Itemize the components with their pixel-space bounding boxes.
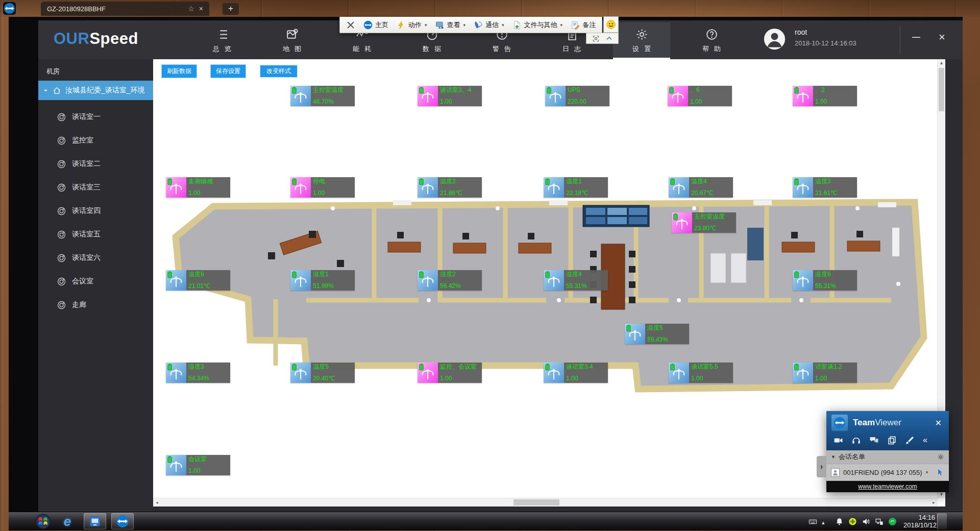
sensor-badge[interactable]: 会议室 1.00 bbox=[166, 455, 230, 475]
show-desktop-button[interactable] bbox=[937, 513, 947, 529]
nav-tab[interactable]: 总览 bbox=[193, 22, 251, 59]
gear-icon[interactable] bbox=[937, 453, 944, 461]
tree-root-label: 汝城县纪委_谈话室_环境 bbox=[65, 86, 145, 95]
bell-icon[interactable] bbox=[835, 517, 844, 526]
session-tab[interactable]: GZ-20180928BBHF ☆ × bbox=[41, 2, 209, 16]
sidebar-room-item[interactable]: 谈话室六 bbox=[38, 246, 153, 270]
network-icon[interactable] bbox=[875, 517, 884, 526]
nav-list-icon bbox=[216, 28, 229, 41]
sensor-badge[interactable]: 谈话室3、4 1.00 bbox=[418, 86, 482, 106]
caret-up-icon[interactable]: ▴ bbox=[822, 517, 830, 526]
scroll-up-icon[interactable]: ▲ bbox=[938, 59, 945, 67]
taskbar-clock[interactable]: 14:16 2018/10/12 bbox=[903, 514, 935, 529]
windows-start-icon[interactable] bbox=[35, 514, 51, 529]
sensor-badge[interactable]: 温度2 21.86℃ bbox=[418, 177, 482, 198]
sensor-badge[interactable]: UPS 220.00 bbox=[545, 86, 609, 106]
sidebar-room-item[interactable]: 监控室 bbox=[38, 129, 153, 152]
collapse-toolbar-icon[interactable] bbox=[605, 35, 613, 42]
toolbar-item[interactable]: 文件与其他 bbox=[512, 20, 563, 30]
sensor-badge[interactable]: 走廊烟感 1.00 bbox=[166, 177, 230, 198]
feedback-tab[interactable] bbox=[603, 16, 619, 33]
tv-chat-icon[interactable] bbox=[869, 436, 879, 445]
toolbar-item[interactable]: 主页 bbox=[363, 20, 388, 30]
toolbar-item[interactable]: 查看 bbox=[435, 20, 466, 30]
minimize-button[interactable]: ─ bbox=[912, 31, 920, 44]
nav-tab[interactable]: 设置 bbox=[613, 22, 670, 59]
user-avatar[interactable] bbox=[763, 28, 786, 51]
panel-close-icon[interactable]: ✕ bbox=[933, 418, 944, 428]
partner-dropdown-icon[interactable]: ▾ bbox=[926, 470, 928, 475]
sensor-badge[interactable]: 、6 1.00 bbox=[668, 86, 732, 106]
content-button[interactable]: 改变样式 bbox=[259, 64, 298, 78]
nav-tab[interactable]: 帮助 bbox=[683, 22, 740, 59]
sensor-badge[interactable]: 停电 1.00 bbox=[290, 177, 355, 198]
nav-tab[interactable]: 地图 bbox=[263, 22, 321, 59]
toolbar-item[interactable] bbox=[346, 20, 355, 30]
panel-collapse-handle[interactable]: › bbox=[817, 456, 826, 477]
sensor-badge[interactable]: 话室谈1.2 1.00 bbox=[793, 363, 857, 383]
sensor-badge[interactable]: 湿度3 54.34% bbox=[166, 363, 230, 383]
sensor-badge[interactable]: 湿度2 56.42% bbox=[418, 270, 482, 291]
vertical-scroll-thumb[interactable] bbox=[939, 68, 944, 111]
tv-collapse-icon[interactable]: « bbox=[923, 436, 933, 445]
keyboard-icon[interactable] bbox=[808, 517, 817, 526]
sidebar-room-item[interactable]: 谈话室三 bbox=[38, 176, 153, 199]
teamviewer-link[interactable]: www.teamviewer.com bbox=[858, 483, 917, 490]
sidebar-room-label: 会议室 bbox=[72, 277, 93, 286]
sensor-tile bbox=[418, 177, 438, 198]
sensor-badge[interactable]: 主控室温度 46.70% bbox=[290, 86, 355, 106]
sensor-label: 温度3 21.61℃ bbox=[813, 177, 857, 198]
sensor-badge[interactable]: 湿度5 59.43% bbox=[625, 324, 689, 344]
gauge-icon bbox=[795, 366, 811, 381]
sidebar-tree-root[interactable]: 汝城县纪委_谈话室_环境 bbox=[38, 81, 153, 100]
sensor-badge[interactable]: 温度3 21.61℃ bbox=[793, 177, 857, 198]
sensor-badge[interactable]: 温度6 21.01℃ bbox=[166, 270, 230, 291]
tv-brush-icon[interactable] bbox=[905, 436, 915, 445]
monitoring-app-icon[interactable] bbox=[84, 513, 106, 529]
sensor-badge[interactable]: 谈话室5.5 1.00 bbox=[669, 363, 733, 383]
shield-icon[interactable] bbox=[848, 517, 857, 526]
tv-headset-icon[interactable] bbox=[851, 436, 861, 445]
star-icon[interactable]: ☆ bbox=[188, 5, 194, 13]
sensor-badge[interactable]: 谈话室3.4 1.00 bbox=[544, 363, 608, 383]
tv-cam-icon[interactable] bbox=[834, 436, 843, 445]
partner-row[interactable]: 001FRIEND (994 137 055) ▾ bbox=[826, 464, 949, 481]
content-button[interactable]: 刷新数据 bbox=[161, 64, 197, 78]
content-button[interactable]: 保存设置 bbox=[210, 64, 246, 78]
internet-explorer-icon[interactable]: e bbox=[56, 513, 79, 529]
speaker-icon[interactable] bbox=[862, 517, 870, 526]
toolbar-item[interactable]: 备注 bbox=[571, 20, 596, 30]
fit-screen-icon[interactable] bbox=[592, 35, 600, 42]
close-tab-icon[interactable]: × bbox=[199, 5, 203, 13]
close-button[interactable]: × bbox=[939, 31, 945, 44]
greenball-icon[interactable] bbox=[888, 517, 897, 526]
scroll-right-icon[interactable]: ▸ bbox=[930, 498, 938, 506]
toolbar-item[interactable]: 通信 bbox=[474, 20, 504, 30]
sidebar-room-item[interactable]: 会议室 bbox=[38, 270, 153, 293]
session-list-row[interactable]: ▼ 会话名单 bbox=[826, 450, 949, 464]
sidebar-room-item[interactable]: 谈话室五 bbox=[38, 223, 153, 246]
teamviewer-taskbar-icon[interactable] bbox=[111, 513, 134, 529]
sidebar-room-item[interactable]: 谈话室二 bbox=[38, 152, 153, 176]
horizontal-scroll-thumb[interactable] bbox=[513, 499, 559, 505]
nav-tab-label: 日志 bbox=[557, 44, 586, 54]
sidebar-room-item[interactable]: 谈话室四 bbox=[38, 199, 153, 223]
sensor-badge[interactable]: 温度5 20.40℃ bbox=[290, 363, 355, 383]
sensor-badge[interactable]: 湿度1 51.99% bbox=[290, 270, 355, 291]
sensor-badge[interactable]: 监控、会议室 1.00 bbox=[418, 363, 482, 383]
teamviewer-roundel-icon[interactable] bbox=[3, 2, 16, 15]
new-tab-button[interactable]: + bbox=[223, 3, 239, 15]
sensor-badge[interactable]: 温度1 22.18℃ bbox=[544, 177, 608, 198]
sensor-badge[interactable]: 温度4 20.67℃ bbox=[669, 177, 733, 198]
sensor-badge[interactable]: 主控室温度 23.80℃ bbox=[672, 212, 736, 233]
sensor-badge[interactable]: 湿度4 55.31% bbox=[544, 270, 608, 291]
tv-copy-icon[interactable] bbox=[887, 436, 897, 445]
scroll-left-icon[interactable]: ◂ bbox=[153, 498, 161, 506]
sensor-badge[interactable]: 湿度6 55.31% bbox=[793, 270, 857, 291]
sidebar-room-item[interactable]: 走廊 bbox=[38, 293, 153, 317]
toolbar-item[interactable]: 动作 bbox=[397, 20, 427, 30]
sensor-badge[interactable]: 、2 1.00 bbox=[793, 86, 857, 106]
sidebar-room-item[interactable]: 谈话室一 bbox=[38, 105, 153, 129]
horizontal-scrollbar[interactable]: ◂ ▸ bbox=[153, 498, 938, 506]
remote-cursor-icon[interactable] bbox=[936, 468, 944, 476]
